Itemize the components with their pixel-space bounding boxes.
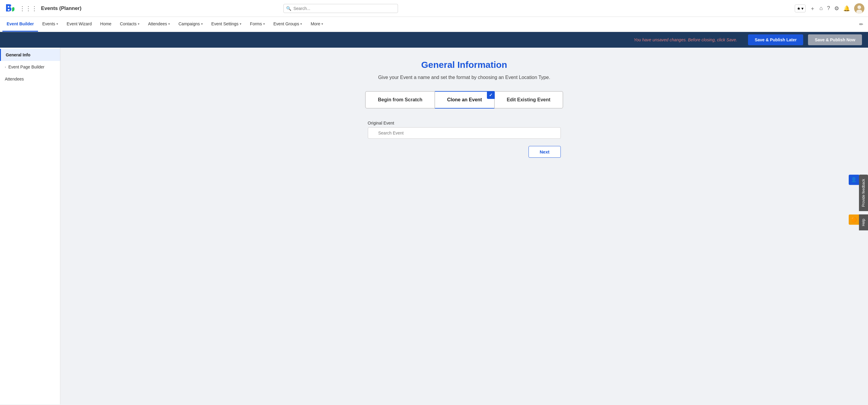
question-icon[interactable]: ? — [827, 5, 830, 11]
feedback-icon-tab[interactable]: 👤 — [849, 175, 859, 185]
search-event-input[interactable] — [368, 127, 561, 139]
app-logo[interactable] — [4, 2, 16, 15]
next-button-row: Next — [368, 146, 561, 158]
selected-checkmark-icon: ✓ — [487, 91, 495, 99]
begin-from-scratch-button[interactable]: Begin from Scratch — [365, 91, 435, 108]
sidebar: General Info › Event Page Builder Attend… — [0, 48, 60, 404]
feedback-panel: 👤 Provide feedback 🟠 Help — [849, 175, 868, 230]
nav-item-attendees[interactable]: Attendees ▾ — [144, 17, 174, 32]
provide-feedback-tab[interactable]: Provide feedback — [859, 175, 868, 211]
nav-item-campaigns[interactable]: Campaigns ▾ — [174, 17, 207, 32]
page-subtitle: Give your Event a name and set the forma… — [378, 75, 550, 80]
settings-gear-icon[interactable]: ⚙ — [834, 5, 839, 12]
nav-item-event-wizard[interactable]: Event Wizard — [62, 17, 96, 32]
events-chevron-icon: ▾ — [56, 22, 58, 26]
clone-an-event-button[interactable]: Clone an Event ✓ — [435, 91, 494, 108]
avatar[interactable] — [854, 3, 864, 13]
app-title: Events (Planner) — [41, 5, 82, 11]
secondary-nav: Event Builder Events ▾ Event Wizard Home… — [0, 17, 868, 32]
svg-point-2 — [858, 5, 861, 9]
grid-icon[interactable]: ⋮⋮⋮ — [19, 5, 37, 12]
top-nav: ⋮⋮⋮ Events (Planner) 🔍 ★ ▾ ＋ ⌂ ? ⚙ 🔔 — [0, 0, 868, 17]
page-title: General Information — [421, 60, 507, 70]
nav-item-home[interactable]: Home — [96, 17, 116, 32]
star-dropdown-icon: ▾ — [801, 6, 804, 11]
original-event-section: Original Event 🔍 — [368, 121, 561, 139]
star-icon: ★ — [797, 6, 801, 11]
nav-item-event-builder[interactable]: Event Builder — [2, 17, 38, 32]
nav-item-more[interactable]: More ▾ — [306, 17, 328, 32]
nav-search-icon: 🔍 — [286, 6, 291, 11]
sidebar-item-general-info[interactable]: General Info — [0, 49, 60, 61]
help-icon-tab[interactable]: 🟠 — [849, 215, 859, 225]
edit-existing-event-button[interactable]: Edit Existing Event — [494, 91, 563, 108]
main-layout: General Info › Event Page Builder Attend… — [0, 48, 868, 404]
star-button[interactable]: ★ ▾ — [795, 4, 806, 12]
campaigns-chevron-icon: ▾ — [201, 22, 203, 26]
nav-item-event-settings[interactable]: Event Settings ▾ — [207, 17, 246, 32]
save-publish-later-button[interactable]: Save & Publish Later — [748, 34, 803, 45]
feedback-user-icon: 👤 — [851, 177, 857, 182]
save-banner: You have unsaved changes. Before closing… — [0, 32, 868, 48]
nav-item-forms[interactable]: Forms ▾ — [246, 17, 269, 32]
sidebar-item-event-page-builder[interactable]: › Event Page Builder — [0, 61, 60, 73]
more-chevron-icon: ▾ — [321, 22, 323, 26]
attendees-chevron-icon: ▾ — [168, 22, 170, 26]
event-type-options: Begin from Scratch Clone an Event ✓ Edit… — [365, 91, 563, 108]
nav-edit-icon[interactable]: ✏ — [855, 17, 868, 32]
forms-chevron-icon: ▾ — [263, 22, 265, 26]
nav-item-events[interactable]: Events ▾ — [38, 17, 62, 32]
event-page-builder-chevron-icon: › — [5, 65, 6, 69]
nav-search-container: 🔍 — [283, 4, 398, 13]
nav-search-input[interactable] — [283, 4, 398, 13]
event-settings-chevron-icon: ▾ — [240, 22, 242, 26]
nav-item-event-groups[interactable]: Event Groups ▾ — [269, 17, 307, 32]
save-publish-now-button[interactable]: Save & Publish Now — [808, 34, 862, 45]
search-event-wrapper: 🔍 — [368, 127, 561, 139]
home-icon[interactable]: ⌂ — [819, 5, 823, 11]
contacts-chevron-icon: ▾ — [138, 22, 140, 26]
sidebar-item-attendees[interactable]: Attendees — [0, 73, 60, 85]
event-groups-chevron-icon: ▾ — [300, 22, 302, 26]
help-tab[interactable]: Help — [859, 215, 868, 231]
next-button[interactable]: Next — [529, 146, 561, 158]
help-emoji-icon: 🟠 — [851, 217, 857, 223]
nav-right-icons: ★ ▾ ＋ ⌂ ? ⚙ 🔔 — [795, 3, 864, 13]
main-content: General Information Give your Event a na… — [60, 48, 868, 404]
bell-icon[interactable]: 🔔 — [843, 5, 850, 12]
original-event-label: Original Event — [368, 121, 561, 125]
unsaved-changes-text: You have unsaved changes. Before closing… — [6, 37, 743, 42]
nav-item-contacts[interactable]: Contacts ▾ — [116, 17, 144, 32]
plus-icon[interactable]: ＋ — [810, 5, 815, 12]
